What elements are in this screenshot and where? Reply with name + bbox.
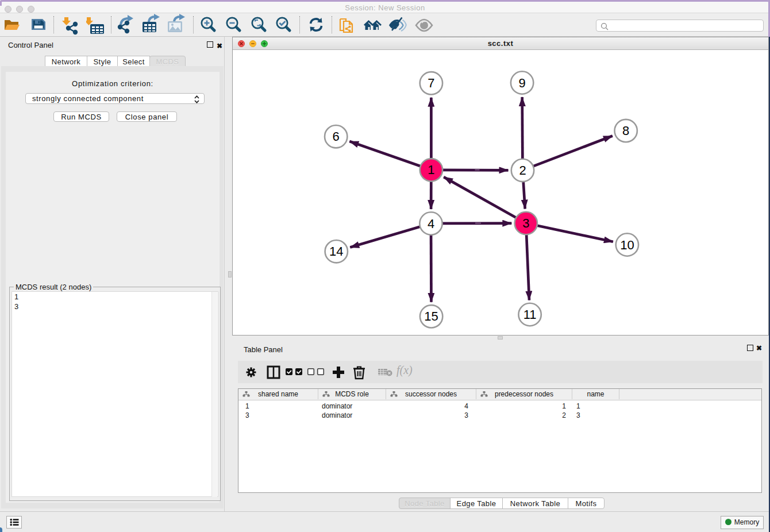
svg-text:1: 1: [428, 163, 434, 177]
svg-text:15: 15: [424, 309, 438, 323]
svg-text:7: 7: [428, 76, 434, 90]
svg-text:9: 9: [518, 76, 525, 90]
svg-text:8: 8: [622, 124, 629, 138]
svg-text:11: 11: [523, 307, 537, 322]
svg-text:4: 4: [428, 217, 434, 231]
svg-text:6: 6: [333, 129, 340, 144]
svg-text:14: 14: [329, 244, 343, 259]
svg-text:10: 10: [620, 238, 634, 252]
svg-text:3: 3: [522, 216, 529, 230]
svg-text:2: 2: [519, 163, 526, 178]
